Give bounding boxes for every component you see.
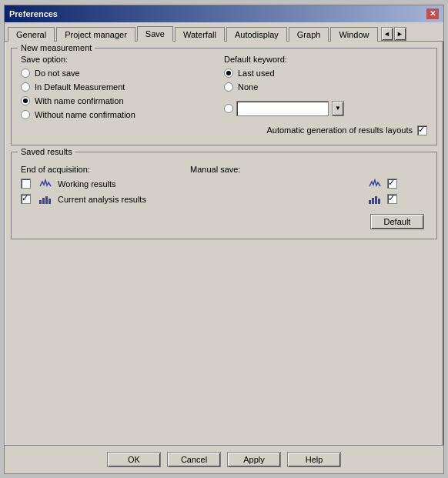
tab-autodisplay[interactable]: Autodisplay	[226, 27, 287, 42]
current-end-cb-wrap	[21, 194, 36, 204]
end-of-acquisition-label: End of acquisition:	[21, 165, 90, 174]
svg-rect-1	[42, 198, 45, 204]
radio-last-used: Last used	[224, 69, 427, 78]
tab-nav: ◄ ►	[381, 27, 407, 41]
tab-nav-right[interactable]: ►	[394, 27, 406, 41]
content-area: New measurement Save option: Do not save…	[5, 42, 443, 445]
default-btn-row: Default	[21, 214, 427, 229]
current-label: Current analysis results	[55, 195, 366, 204]
working-manual-checkbox[interactable]	[387, 179, 397, 189]
window-title: Preferences	[9, 9, 58, 18]
preferences-window: Preferences ✕ General Project manager Sa…	[4, 5, 444, 474]
saved-sub-header: End of acquisition: Manual save:	[21, 165, 427, 174]
saved-row-current: Current analysis results	[21, 194, 427, 205]
save-option-col: Save option: Do not save In Default Meas…	[21, 55, 224, 119]
close-button[interactable]: ✕	[426, 8, 439, 19]
radio-none: None	[224, 82, 427, 92]
radio-none-input[interactable]	[224, 82, 233, 92]
auto-gen-row: Automatic generation of results layouts	[21, 125, 427, 135]
svg-rect-4	[369, 200, 371, 204]
working-end-checkbox[interactable]	[21, 179, 31, 189]
apply-button[interactable]: Apply	[227, 452, 281, 467]
radio-without-name-label: Without name confirmation	[35, 110, 135, 119]
tab-general[interactable]: General	[8, 27, 55, 42]
radio-do-not-save: Do not save	[21, 69, 224, 78]
tab-graph[interactable]: Graph	[289, 27, 329, 42]
radio-do-not-save-label: Do not save	[35, 69, 80, 78]
working-manual-wrap	[366, 179, 427, 189]
radio-custom-input[interactable]	[224, 104, 233, 113]
default-keyword-label: Default keyword:	[224, 55, 427, 64]
working-manual-icon	[366, 179, 384, 189]
radio-last-used-label: Last used	[238, 69, 275, 78]
svg-rect-3	[48, 199, 51, 204]
manual-save-header: Manual save:	[190, 165, 240, 174]
auto-gen-checkbox[interactable]	[417, 125, 427, 135]
saved-row-working: Working results	[21, 179, 427, 189]
save-option-radio-group: Do not save In Default Measurement With …	[21, 69, 224, 119]
tab-project-manager[interactable]: Project manager	[56, 27, 135, 42]
radio-do-not-save-input[interactable]	[21, 69, 30, 78]
end-of-acquisition-header: End of acquisition:	[21, 165, 190, 174]
radio-last-used-input[interactable]	[224, 69, 233, 78]
save-option-label: Save option:	[21, 55, 224, 64]
working-end-icon	[36, 179, 55, 189]
tab-window[interactable]: Window	[330, 27, 377, 42]
svg-rect-2	[45, 196, 48, 204]
current-end-checkbox[interactable]	[21, 194, 31, 204]
keyword-radio-group: Last used None ▼	[224, 69, 427, 116]
tab-waterfall[interactable]: Waterfall	[175, 27, 225, 42]
current-manual-checkbox[interactable]	[387, 194, 397, 204]
svg-rect-0	[39, 200, 42, 204]
current-manual-icon	[366, 194, 384, 205]
manual-save-label: Manual save:	[190, 165, 240, 174]
saved-results-content: End of acquisition: Manual save:	[21, 165, 427, 205]
radio-without-name: Without name confirmation	[21, 110, 224, 119]
radio-with-name-label: With name confirmation	[35, 96, 124, 105]
keyword-dropdown-arrow[interactable]: ▼	[332, 101, 344, 116]
tabs-bar: General Project manager Save Waterfall A…	[5, 22, 443, 42]
svg-rect-7	[378, 199, 380, 204]
radio-in-default-input[interactable]	[21, 82, 30, 92]
radio-with-name-input[interactable]	[21, 96, 30, 105]
saved-results-group: Saved results End of acquisition: Manual…	[11, 152, 437, 239]
radio-without-name-input[interactable]	[21, 110, 30, 119]
default-keyword-col: Default keyword: Last used None	[224, 55, 427, 119]
new-measurement-cols: Save option: Do not save In Default Meas…	[21, 55, 427, 119]
svg-rect-6	[375, 196, 377, 204]
radio-with-name: With name confirmation	[21, 96, 224, 105]
radio-in-default: In Default Measurement	[21, 82, 224, 92]
keyword-dropdown[interactable]	[236, 101, 329, 116]
current-end-icon	[36, 194, 55, 205]
radio-none-label: None	[238, 82, 258, 92]
tab-nav-left[interactable]: ◄	[381, 27, 393, 41]
current-manual-wrap	[366, 194, 427, 205]
svg-rect-5	[372, 198, 374, 204]
default-button[interactable]: Default	[370, 214, 424, 229]
working-label: Working results	[55, 179, 366, 189]
tab-save[interactable]: Save	[137, 26, 173, 42]
new-measurement-group: New measurement Save option: Do not save…	[11, 48, 437, 145]
title-bar: Preferences ✕	[5, 5, 443, 22]
cancel-button[interactable]: Cancel	[167, 452, 221, 467]
new-measurement-label: New measurement	[18, 43, 95, 52]
auto-gen-label: Automatic generation of results layouts	[266, 125, 413, 135]
saved-results-label: Saved results	[18, 147, 75, 156]
radio-in-default-label: In Default Measurement	[35, 82, 125, 92]
keyword-dropdown-row: ▼	[224, 101, 427, 116]
bottom-bar: OK Cancel Apply Help	[5, 445, 443, 473]
ok-button[interactable]: OK	[107, 452, 161, 467]
help-button[interactable]: Help	[287, 452, 341, 467]
working-end-cb-wrap	[21, 179, 36, 189]
